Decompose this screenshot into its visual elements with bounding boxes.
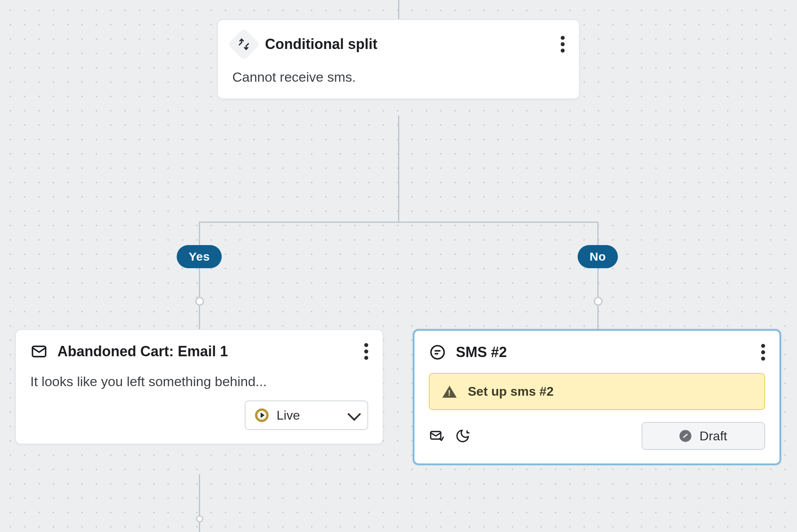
- connector-mid: [398, 116, 399, 222]
- port-left-out: [196, 515, 203, 522]
- port-left: [195, 297, 204, 306]
- port-right: [594, 297, 603, 306]
- chevron-down-icon: [347, 407, 361, 421]
- node-menu-button[interactable]: [364, 343, 368, 360]
- email-title: Abandoned Cart: Email 1: [57, 343, 350, 360]
- split-icon: [228, 28, 260, 61]
- connector-left-out: [199, 474, 200, 532]
- node-sms[interactable]: SMS #2 Set up sms #2: [413, 329, 781, 465]
- connector-split: [199, 222, 598, 223]
- email-description: It looks like you left something behind.…: [30, 374, 368, 389]
- live-status-icon: [255, 408, 269, 422]
- sms-title: SMS #2: [456, 344, 747, 361]
- connector-right: [597, 222, 599, 329]
- conditional-title: Conditional split: [265, 36, 546, 53]
- setup-warning-banner[interactable]: Set up sms #2: [429, 373, 765, 410]
- sms-icon: [429, 344, 446, 361]
- envelope-icon: [30, 343, 48, 360]
- node-menu-button[interactable]: [761, 344, 765, 361]
- draft-status-icon: [679, 430, 691, 442]
- quiet-hours-icon[interactable]: [455, 428, 470, 444]
- smart-send-icon[interactable]: [429, 428, 444, 444]
- status-label: Live: [277, 408, 340, 423]
- warning-icon: [442, 386, 457, 398]
- connector-left: [199, 222, 200, 329]
- status-dropdown[interactable]: Live: [245, 400, 368, 430]
- draft-label: Draft: [699, 429, 727, 444]
- warning-message: Set up sms #2: [468, 384, 554, 399]
- conditional-description: Cannot receive sms.: [232, 69, 565, 85]
- branch-label-no: No: [578, 245, 618, 268]
- branch-label-yes: Yes: [177, 245, 222, 268]
- status-button-draft[interactable]: Draft: [642, 422, 765, 450]
- svg-point-1: [431, 346, 444, 359]
- node-email[interactable]: Abandoned Cart: Email 1 It looks like yo…: [15, 329, 383, 444]
- node-conditional-split[interactable]: Conditional split Cannot receive sms.: [217, 19, 580, 99]
- node-menu-button[interactable]: [561, 36, 565, 53]
- flow-canvas[interactable]: Conditional split Cannot receive sms. Ye…: [0, 0, 797, 532]
